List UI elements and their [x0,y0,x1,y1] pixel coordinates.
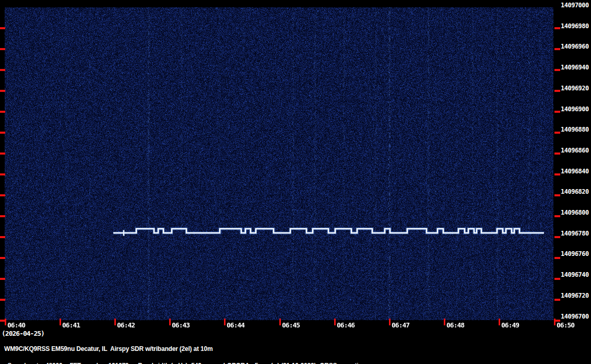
bandwidth-text: Bandwidth (mHz): 549 [138,362,201,364]
frequency-tick [554,69,560,71]
time-label: 06:45 [282,321,300,329]
time-label: 06:41 [62,321,80,329]
frequency-tick [0,48,5,50]
frequency-label: 14096720 [561,292,589,299]
station-info-line: WM9C/KQ9RSS EM59nu Decatur, IL Airspy SD… [4,345,212,353]
time-tick [224,319,226,325]
frequency-tick [554,90,560,92]
frequency-label: 14096960 [561,43,589,50]
frequency-tick [0,132,5,134]
frequency-tick [0,257,5,259]
frequency-tick [0,299,5,301]
frequency-tick [554,48,560,50]
frequency-tick [0,90,5,92]
frequency-label: 14096740 [561,271,589,278]
time-label: 06:49 [501,321,519,329]
frequency-tick [554,257,560,259]
frequency-tick [0,111,5,113]
frequency-label: 14096840 [561,168,589,175]
time-label: 06:46 [337,321,354,329]
frequency-label: 14096780 [561,230,589,237]
frequency-label: 14096820 [561,188,589,195]
frequency-tick [0,278,5,280]
frequency-label: 14097000 [561,2,589,9]
time-tick [60,319,61,325]
frequency-label: 14096800 [561,209,589,216]
time-label: 06:44 [227,321,244,329]
time-tick [444,319,445,325]
frequency-label: 14096860 [561,147,589,154]
time-label: 06:50 [557,321,574,329]
frequency-tick [0,27,5,29]
frequency-tick [554,278,560,280]
frequency-tick [554,132,560,134]
frequency-label: 14096700 [561,313,589,320]
frequency-tick [554,194,560,196]
frequency-label: 14096980 [561,22,589,30]
frequency-label: 14096880 [561,126,589,133]
time-tick [5,319,6,325]
time-label: 06:42 [117,321,135,329]
frequency-tick [554,27,560,29]
time-tick [334,319,336,325]
frequency-tick [554,236,560,238]
frequency-tick [554,299,560,301]
frequency-tick [554,152,560,155]
time-label: 06:48 [446,321,464,329]
frequency-tick [0,236,5,238]
frequency-tick [0,69,5,71]
frequency-tick [0,215,5,217]
software-version-text: LOPORA-v5g.py(w) (21-10-2023): QRSS rece… [223,362,366,364]
frequency-label: 14096760 [561,250,589,257]
frequency-tick [0,152,5,155]
frequency-label: 14096940 [561,64,589,71]
time-label: 06:40 [7,321,25,329]
frequency-tick [554,111,560,113]
settings-info-line: Sample rate: 48000FFTsamples: 131072Band… [4,355,366,364]
sample-rate-text: Sample rate: 48000 [7,362,62,364]
waterfall-spectrogram [5,7,553,320]
time-tick [499,319,500,325]
time-tick [389,319,391,325]
frequency-tick [0,173,5,175]
time-label: 06:47 [392,321,409,329]
time-label: 06:43 [172,321,190,329]
time-tick [279,319,281,325]
time-tick [169,319,171,325]
frequency-label: 14096920 [561,85,589,92]
time-tick [114,319,116,325]
qrss-grabber-window: { "header": { "date_label": "(2026-04-25… [0,0,591,364]
frequency-tick [554,173,560,175]
frequency-tick [554,215,560,217]
fft-samples-text: FFTsamples: 131072 [69,362,128,364]
frequency-tick [0,194,5,196]
time-tick [554,319,555,325]
frequency-label: 14096900 [561,105,589,113]
date-label: (2026-04-25) [2,330,44,337]
